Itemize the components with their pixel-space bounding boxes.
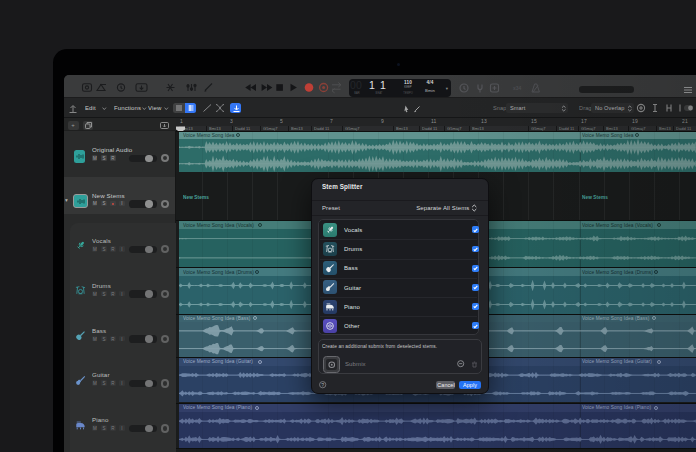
svg-text:x34: x34 [513, 85, 522, 91]
